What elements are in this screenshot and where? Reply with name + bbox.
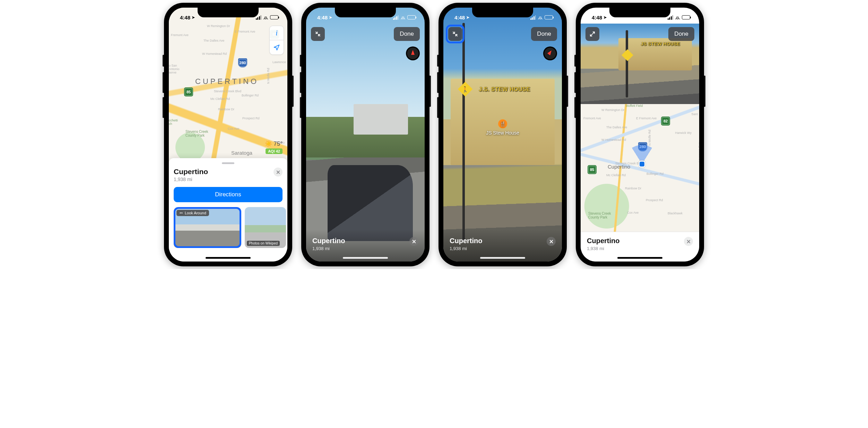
label-county-park: Stevens Creek County Park: [185, 130, 208, 137]
shield-i280: 280: [238, 58, 247, 67]
close-button[interactable]: [684, 237, 693, 246]
scene-pole: [626, 30, 628, 98]
place-card[interactable]: Cupertino 1,938 mi Directions Look Aroun…: [169, 158, 287, 262]
storefront-sign: J.S. STEW HOUSE: [479, 86, 530, 93]
road-wolfe: N Wolfe Rd: [267, 68, 270, 84]
close-lookaround-button[interactable]: [547, 237, 556, 246]
close-card-button[interactable]: [274, 168, 283, 177]
shield-ca85: 85: [588, 165, 597, 174]
minimize-button[interactable]: [448, 27, 462, 41]
place-title: Cupertino: [174, 168, 208, 176]
expand-button[interactable]: [585, 27, 599, 41]
compass-button[interactable]: [406, 46, 420, 60]
compass-needle-icon: [411, 50, 415, 55]
map-locate-button[interactable]: [269, 40, 284, 55]
card-grabber[interactable]: [222, 162, 234, 164]
notch: [198, 8, 259, 17]
place-distance: 1,938 mi: [587, 246, 619, 251]
place-title: Cupertino: [587, 237, 619, 245]
scene-pole: [462, 23, 465, 241]
label-sant: Sant: [691, 112, 698, 116]
battery-icon: [545, 15, 553, 19]
road-cox: Cox Ave: [627, 211, 639, 214]
look-around-pill: Look Around: [176, 210, 209, 216]
photos-source-label: Photos on Wikiped: [247, 241, 280, 246]
binoculars-icon: [179, 211, 183, 215]
weather-aqi: AQI 42: [266, 148, 283, 154]
lookaround-position-marker[interactable]: [623, 145, 661, 183]
la-title: Cupertino: [450, 237, 482, 245]
map-canvas[interactable]: W Remington Dr E Fremont Ave Fremont Ave…: [581, 104, 699, 232]
battery-icon: [682, 15, 690, 19]
status-time: 4:48: [454, 15, 465, 20]
location-services-icon: ➤: [192, 15, 195, 20]
screen-maps-card: 4:48 ➤ CUPERTINO Saratoga W Remington Dr…: [169, 8, 287, 262]
expand-icon: [589, 31, 596, 37]
phone-4: JS STEW HOUSE 4:48 ➤ Done W Remington Dr…: [576, 3, 704, 266]
location-arrow-icon: [273, 44, 280, 51]
label-blackhawk: Blackhawk: [668, 212, 683, 215]
photos-thumbnail[interactable]: Photos on Wikiped: [245, 207, 286, 248]
road-homestead: W Homestead Rd: [601, 138, 626, 142]
wifi-icon: [263, 16, 268, 19]
road-remington: W Remington Dr: [207, 24, 230, 28]
info-icon: i: [276, 29, 278, 37]
collapse-icon: [315, 31, 321, 37]
directions-button[interactable]: Directions: [174, 187, 283, 202]
done-button[interactable]: Done: [668, 27, 694, 41]
weather-widget[interactable]: ☀️ 75° AQI 42: [265, 140, 283, 154]
home-indicator[interactable]: [343, 257, 388, 259]
home-indicator[interactable]: [480, 257, 525, 259]
screen-lookaround-pip: JS STEW HOUSE 4:48 ➤ Done W Remington Dr…: [581, 8, 699, 262]
done-button[interactable]: Done: [531, 27, 557, 41]
lookaround-viewport[interactable]: [306, 8, 425, 262]
close-icon: [687, 240, 691, 243]
road-dalles: The Dalles Ave: [606, 126, 627, 129]
road-cox: Cox Ave: [228, 127, 239, 130]
look-around-label: Look Around: [185, 211, 206, 215]
close-lookaround-button[interactable]: [409, 237, 418, 246]
road-mcclellan: Mc Clellan Rd: [210, 97, 230, 101]
road-bollinger: Bollinger Rd: [242, 94, 259, 97]
done-button[interactable]: Done: [394, 27, 420, 41]
road-stevens-creek: Stevens Creek Blvd: [214, 89, 241, 93]
road-homestead: W Homestead Rd: [202, 52, 227, 55]
road-prospect: Prospect Rd: [646, 198, 663, 202]
road-mcclellan: Mc Clellan Rd: [606, 173, 626, 177]
la-distance: 1,938 mi: [450, 246, 482, 251]
road-remington: W Remington Dr: [601, 108, 625, 112]
road-lawrence: Lawrence Expy: [698, 141, 699, 162]
weather-temp: 75°: [274, 140, 283, 147]
status-time: 4:48: [592, 15, 602, 20]
label-moffett: Moffett Field: [626, 104, 643, 108]
road-fremont-e: E Fremont Ave: [235, 30, 255, 33]
compass-button[interactable]: [543, 46, 557, 60]
poi-marker[interactable]: 🍴 JS Stew House: [486, 119, 519, 136]
battery-icon: [270, 15, 278, 19]
notch: [472, 8, 533, 17]
street-scene: [306, 8, 425, 262]
weather-sun-icon: ☀️: [265, 140, 272, 147]
look-around-thumbnail[interactable]: Look Around: [174, 207, 241, 248]
minimize-button[interactable]: [311, 27, 325, 41]
phone-2: 4:48 ➤ Done Cupertino 1,938 mi: [301, 3, 429, 266]
road-rainbow: Rainbow Dr: [218, 108, 234, 111]
compass-needle-icon: [547, 49, 553, 55]
road-dalles: The Dalles Ave: [203, 39, 224, 42]
map-city-label: CUPERTINO: [195, 77, 259, 86]
lookaround-viewport[interactable]: J.S. STEW HOUSE 🚶 🍴 JS Stew House: [443, 8, 562, 262]
road-lawrence: Lawrence: [272, 60, 286, 64]
map-city-saratoga: Saratoga: [231, 150, 252, 156]
label-county-park: Stevens Creek County Park: [588, 212, 611, 219]
map-info-button[interactable]: i: [269, 26, 284, 40]
phone-3: J.S. STEW HOUSE 🚶 🍴 JS Stew House 4:48 ➤: [439, 3, 567, 266]
wifi-icon: [538, 16, 543, 19]
screen-lookaround-full-b: J.S. STEW HOUSE 🚶 🍴 JS Stew House 4:48 ➤: [443, 8, 562, 262]
road-fremont: Fremont Ave: [171, 33, 189, 37]
home-indicator[interactable]: [206, 257, 251, 259]
screen-lookaround-full-a: 4:48 ➤ Done Cupertino 1,938 mi: [306, 8, 425, 262]
collapse-icon: [452, 31, 458, 37]
scene-building: [354, 104, 408, 135]
location-services-icon: ➤: [604, 15, 607, 20]
home-indicator[interactable]: [617, 257, 662, 259]
